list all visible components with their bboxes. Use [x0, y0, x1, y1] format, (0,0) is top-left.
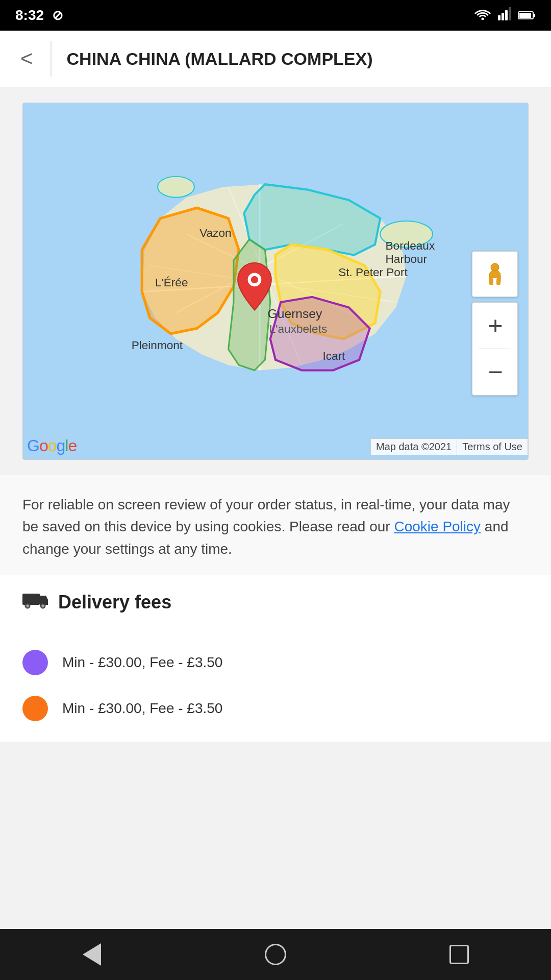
svg-rect-36: [22, 594, 40, 605]
svg-text:L'auxbelets: L'auxbelets: [269, 323, 328, 335]
svg-text:Pleinmont: Pleinmont: [132, 339, 183, 352]
svg-text:L'Érée: L'Érée: [155, 276, 188, 289]
svg-text:Harbour: Harbour: [386, 253, 428, 265]
svg-text:Vazon: Vazon: [199, 227, 231, 239]
svg-point-23: [251, 276, 258, 283]
delivery-fees-divider: [22, 624, 529, 624]
zoom-out-button[interactable]: −: [472, 349, 518, 395]
svg-rect-4: [509, 7, 511, 20]
map-data-text: Map data ©2021: [371, 439, 457, 455]
svg-point-0: [482, 18, 484, 20]
cookie-policy-link[interactable]: Cookie Policy: [394, 519, 481, 534]
delivery-fees-header: Delivery fees: [22, 591, 529, 614]
time-display: 8:32: [15, 7, 44, 23]
bottom-navigation: [0, 929, 551, 980]
map-data-credit: Map data ©2021 Terms of Use: [370, 438, 528, 455]
svg-rect-6: [519, 13, 531, 18]
fee-item-1: Min - £30.00, Fee - £3.50: [22, 640, 529, 685]
nav-back-button[interactable]: [71, 934, 112, 975]
header-divider: [51, 41, 52, 77]
svg-text:Guernsey: Guernsey: [268, 307, 322, 321]
home-circle-icon: [265, 944, 286, 965]
map-container[interactable]: Bordeaux Harbour St. Peter Port Vazon L'…: [22, 103, 529, 460]
back-button[interactable]: <: [15, 46, 38, 71]
terms-of-use-link[interactable]: Terms of Use: [457, 439, 528, 455]
google-attribution: Google: [27, 436, 77, 455]
svg-marker-19: [229, 239, 270, 371]
battery-icon: [518, 7, 536, 23]
signal-icon: [498, 7, 511, 24]
nav-recents-button[interactable]: [439, 934, 480, 975]
svg-text:Bordeaux: Bordeaux: [386, 239, 435, 252]
fee-label-2: Min - £30.00, Fee - £3.50: [62, 700, 222, 717]
svg-rect-2: [502, 13, 504, 20]
svg-point-38: [27, 605, 29, 607]
svg-rect-1: [498, 15, 500, 20]
zoom-in-button[interactable]: +: [472, 303, 518, 349]
svg-text:St. Peter Port: St. Peter Port: [338, 266, 408, 279]
status-bar: 8:32 ⊘: [0, 0, 551, 31]
street-view-button[interactable]: [472, 251, 518, 297]
wifi-icon: [474, 7, 491, 23]
notification-icon: ⊘: [52, 8, 63, 23]
svg-text:Icart: Icart: [322, 350, 345, 362]
cookie-notice: For reliable on screen review of your or…: [0, 475, 551, 575]
status-bar-right: [474, 7, 536, 24]
svg-point-40: [42, 605, 44, 607]
svg-rect-7: [534, 14, 535, 17]
app-header: < CHINA CHINA (MALLARD COMPLEX): [0, 31, 551, 87]
svg-rect-34: [489, 279, 493, 285]
fee-color-dot-orange: [22, 696, 48, 721]
delivery-truck-icon: [22, 591, 49, 614]
svg-rect-3: [505, 10, 508, 20]
page-title: CHINA CHINA (MALLARD COMPLEX): [67, 47, 373, 70]
delivery-fees-section: Delivery fees Min - £30.00, Fee - £3.50 …: [0, 575, 551, 742]
google-logo: Google: [27, 436, 77, 455]
recents-square-icon: [449, 945, 469, 964]
svg-point-20: [158, 177, 194, 198]
svg-rect-35: [496, 279, 500, 285]
fee-label-1: Min - £30.00, Fee - £3.50: [62, 654, 222, 671]
back-triangle-icon: [83, 943, 101, 966]
map-zoom-controls: + −: [472, 302, 518, 396]
map-svg: Bordeaux Harbour St. Peter Port Vazon L'…: [23, 103, 528, 459]
fee-color-dot-purple: [22, 650, 48, 675]
status-bar-left: 8:32 ⊘: [15, 7, 63, 23]
fee-item-2: Min - £30.00, Fee - £3.50: [22, 685, 529, 731]
nav-home-button[interactable]: [255, 934, 296, 975]
delivery-fees-title: Delivery fees: [58, 592, 171, 613]
